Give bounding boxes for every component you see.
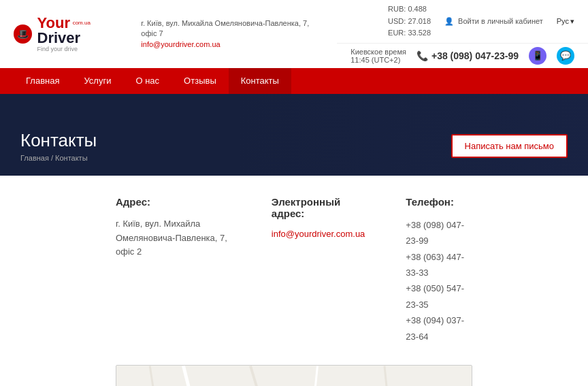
contacts-section: Адрес: г. Київ, вул. МихайлаОмеляновича-… [0,176,588,365]
header-logo-addr: 🎩 Your com.ua Driver Find your drive г. … [0,0,337,68]
skype-icon[interactable]: 💬 [557,47,574,65]
header-auth-link[interactable]: 👤 Войти в личный кабинет [444,17,543,26]
subbar-phone[interactable]: 📞 +38 (098) 047-23-99 [416,50,519,61]
breadcrumb: Главная / Контакты [20,154,97,162]
header: 🎩 Your com.ua Driver Find your drive г. … [0,0,588,68]
header-rates: RUB: 0.488 USD: 27.018 EUR: 33.528 👤 Вой… [337,0,588,44]
time-label: Киевское время 11:45 (UTC+2) [350,48,406,64]
page-banner: Контакты Главная / Контакты Написать нам… [0,94,588,176]
logo-sub: Find your drive [37,46,131,52]
email-column: Электронный адрес: info@yourdriver.com.u… [272,196,365,344]
logo: 🎩 Your com.ua Driver Find your drive [14,16,131,52]
logo-text: Your com.ua Driver Find your drive [37,16,131,52]
logo-driver: Driver [37,29,81,46]
phone-icon: 📞 [416,50,428,61]
banner-content: Контакты Главная / Контакты Написать нам… [20,130,568,169]
header-address-line1: г. Київ, вул. Михайла Омеляновича-Павлен… [141,18,323,39]
phone-column: Телефон: +38 (098) 047-23-99 +38 (063) 4… [406,196,472,344]
header-email-link[interactable]: info@yourdriver.com.ua [141,40,220,48]
person-icon: 👤 [444,17,454,26]
banner-text: Контакты Главная / Контакты [20,130,97,162]
phone-list: +38 (098) 047-23-99 +38 (063) 447-33-33 … [406,217,472,344]
address-column: Адрес: г. Київ, вул. МихайлаОмеляновича-… [116,196,231,344]
write-letter-button[interactable]: Написать нам письмо [451,134,568,158]
address-label: Адрес: [116,196,231,208]
rates-block: RUB: 0.488 USD: 27.018 EUR: 33.528 [388,3,431,39]
header-lang[interactable]: Рус ▾ [557,17,574,26]
address-value: г. Київ, вул. МихайлаОмеляновича-Павленк… [116,217,231,259]
map-container[interactable]: LYPKY ЛИПКИ Askold's Grave Park of Etern… [116,365,472,386]
phone-1[interactable]: +38 (098) 047-23-99 [406,217,472,249]
phone-4[interactable]: +38 (094) 037-23-64 [406,312,472,344]
rate-rub: RUB: 0.488 [388,3,431,16]
logo-icon: 🎩 [14,25,32,44]
viber-icon[interactable]: 📱 [529,47,546,65]
header-address: г. Київ, вул. Михайла Омеляновича-Павлен… [141,18,323,50]
svg-rect-0 [116,366,472,386]
lang-label[interactable]: Рус [557,17,569,25]
phone-2[interactable]: +38 (063) 447-33-33 [406,249,472,281]
auth-label[interactable]: Войти в личный кабинет [458,17,543,25]
header-subbar: Киевское время 11:45 (UTC+2) 📞 +38 (098)… [337,44,588,68]
nav-item-o-nas[interactable]: О нас [123,68,172,94]
time-label-text: Киевское время [350,48,406,56]
nav-item-kontakty[interactable]: Контакты [229,68,291,94]
nav-item-otzyvy[interactable]: Отзывы [172,68,229,94]
map-svg: LYPKY ЛИПКИ Askold's Grave Park of Etern… [116,366,472,386]
contacts-grid: Адрес: г. Київ, вул. МихайлаОмеляновича-… [116,196,472,344]
nav-item-glavnaya[interactable]: Главная [14,68,71,94]
phone-label: Телефон: [406,196,472,208]
main-nav: Главная Услуги О нас Отзывы Контакты [0,68,588,94]
logo-line: Your com.ua Driver [37,16,131,46]
header-right: RUB: 0.488 USD: 27.018 EUR: 33.528 👤 Вой… [337,0,588,68]
page-title: Контакты [20,130,97,151]
phone-3[interactable]: +38 (050) 547-23-35 [406,280,472,312]
email-link[interactable]: info@yourdriver.com.ua [272,229,365,239]
logo-com: com.ua [73,20,91,26]
nav-item-uslugi[interactable]: Услуги [71,68,123,94]
map-section: LYPKY ЛИПКИ Askold's Grave Park of Etern… [0,365,588,386]
rate-usd: USD: 27.018 [388,16,431,28]
chevron-down-icon: ▾ [570,17,574,26]
rate-eur: EUR: 33.528 [388,27,431,39]
email-label: Электронный адрес: [272,196,365,219]
phone-number: +38 (098) 047-23-99 [431,50,519,61]
time-value: 11:45 (UTC+2) [350,56,400,64]
